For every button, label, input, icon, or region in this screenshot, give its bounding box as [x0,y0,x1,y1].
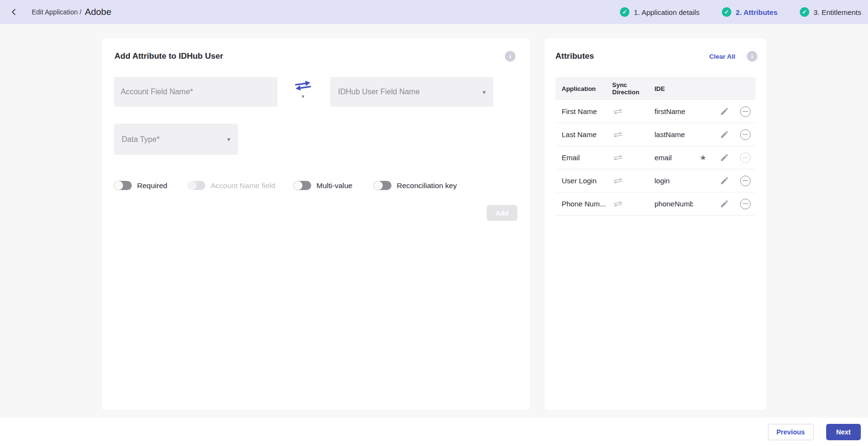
edit-button[interactable] [713,152,735,163]
toggle-label: Multi-value [316,181,352,190]
select-placeholder: Data Type* [122,135,160,144]
ide-cell: login [654,177,693,185]
attributes-table: Application Sync Direction IDE First Nam… [555,77,755,216]
sync-arrows-icon [612,178,624,184]
step-label: 2. Attributes [736,8,778,16]
column-sync-direction: Sync Direction [612,81,654,96]
breadcrumb[interactable]: Edit Application / [32,8,82,16]
table-header: Application Sync Direction IDE [555,77,755,100]
sync-arrows-icon [612,131,624,138]
pencil-icon [720,130,729,139]
remove-button[interactable] [739,175,752,187]
remove-button-disabled [739,152,752,164]
idhub-field-select[interactable]: IDHub User Field Name ▾ [330,77,493,107]
step-entitlements[interactable]: ✓ 3. Entitlements [800,7,861,17]
remove-button[interactable] [739,198,752,210]
top-bar: Edit Application / Adobe ✓ 1. Applicatio… [0,0,868,24]
back-button[interactable] [7,5,21,19]
step-label: 1. Application details [634,8,700,16]
toggle-switch[interactable] [293,181,311,190]
toggle-label: Required [137,181,167,190]
clear-all-button[interactable]: Clear All [709,53,735,60]
ide-cell: email [654,153,693,162]
toggle-switch[interactable] [374,181,391,190]
starred-icon: ★ [700,153,706,162]
sync-arrows-icon [294,80,312,91]
wizard-steps: ✓ 1. Application details ✓ 2. Attributes… [620,7,861,17]
info-icon[interactable]: i [747,51,757,62]
table-row: Last Name lastName [555,123,755,146]
edit-button[interactable] [713,106,735,117]
panel-title: Attributes [555,51,594,61]
application-cell: User Login [555,177,612,185]
toggle-switch[interactable] [114,181,132,190]
footer-bar: Previous Next [0,418,868,446]
pencil-icon [720,153,729,162]
ide-cell: lastName [654,130,693,139]
add-button[interactable]: Add [487,205,517,221]
chevron-left-icon [10,8,18,16]
sync-direction-toggle[interactable]: ▾ [292,80,314,100]
table-row: Email email ★ [555,146,755,169]
ide-cell: firstName [654,107,693,115]
chevron-down-icon: ▾ [302,93,304,100]
toggle-switch [188,181,205,190]
table-row: Phone Num... phoneNumb... [555,192,755,216]
edit-button[interactable] [713,198,735,209]
sync-arrows-icon [612,108,624,115]
column-ide: IDE [654,85,693,92]
minus-circle-icon [740,129,751,140]
table-row: First Name firstName [555,100,755,123]
application-cell: Phone Num... [555,200,612,208]
pencil-icon [720,176,729,185]
select-placeholder: IDHub User Field Name [338,88,420,96]
table-row: User Login login [555,169,755,192]
account-name-field-toggle: Account Name field [188,181,275,190]
ide-cell: phoneNumb... [654,200,693,208]
chevron-down-icon: ▾ [227,136,230,143]
chevron-down-icon: ▾ [482,89,486,96]
application-cell: Last Name [555,130,612,139]
pencil-icon [720,199,729,208]
next-button[interactable]: Next [826,424,861,440]
remove-button[interactable] [739,128,752,141]
sync-arrows-icon [612,154,624,161]
attributes-panel: Attributes Clear All i Application Sync … [545,38,766,410]
toggle-label: Account Name field [211,181,275,190]
check-circle-icon: ✓ [722,7,731,17]
remove-button[interactable] [739,105,752,118]
step-application-details[interactable]: ✓ 1. Application details [620,7,700,17]
reconciliation-key-toggle[interactable]: Reconciliation key [374,181,457,190]
previous-button[interactable]: Previous [768,424,814,440]
application-cell: First Name [555,107,612,115]
required-toggle[interactable]: Required [114,181,167,190]
toggle-label: Reconciliation key [397,181,457,190]
panel-title: Add Attribute to IDHub User [114,51,223,61]
info-icon[interactable]: i [505,51,516,62]
page-title: Adobe [85,7,112,17]
column-application: Application [555,85,612,92]
step-label: 3. Entitlements [814,8,861,16]
minus-circle-icon [740,106,751,117]
multi-value-toggle[interactable]: Multi-value [293,181,352,190]
edit-button[interactable] [713,175,735,186]
minus-circle-icon [740,153,751,163]
data-type-select[interactable]: Data Type* ▾ [114,124,238,155]
add-attribute-panel: Add Attribute to IDHub User i ▾ IDHub Us… [102,38,530,410]
pencil-icon [720,107,729,116]
step-attributes[interactable]: ✓ 2. Attributes [722,7,778,17]
check-circle-icon: ✓ [620,7,629,17]
minus-circle-icon [740,199,751,209]
check-circle-icon: ✓ [800,7,809,17]
sync-arrows-icon [612,201,624,207]
application-cell: Email [555,153,612,162]
minus-circle-icon [740,176,751,186]
account-field-input[interactable] [114,77,277,107]
edit-button[interactable] [713,129,735,140]
